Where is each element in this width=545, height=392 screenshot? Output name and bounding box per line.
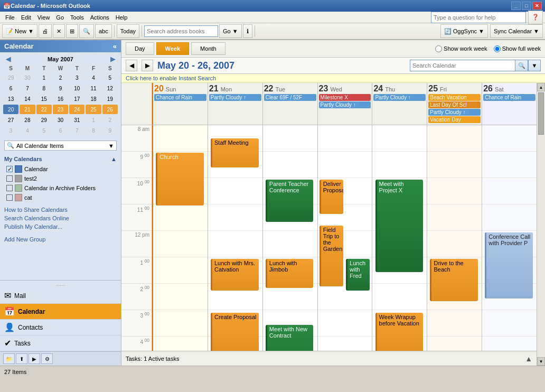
- sidebar-config-btn[interactable]: ⚙: [41, 353, 53, 364]
- mini-cal-cell[interactable]: 1: [36, 73, 52, 82]
- grid-btn[interactable]: ⊞: [66, 24, 78, 38]
- event-create-proposal[interactable]: Create Proposal: [211, 313, 259, 351]
- nav-calendar[interactable]: 📅 Calendar: [0, 304, 121, 320]
- help-btn[interactable]: ❓: [528, 11, 543, 24]
- mini-cal-cell[interactable]: 19: [102, 94, 118, 104]
- instant-search-bar[interactable]: Click here to enable Instant Search: [121, 74, 545, 83]
- all-day-event[interactable]: Partly Cloudy ↑: [319, 101, 371, 108]
- event-lunch-catvation[interactable]: Lunch with Mrs. Catvation: [211, 259, 259, 291]
- mini-cal-cell[interactable]: 11: [86, 83, 101, 93]
- day-col-thu[interactable]: Meet with Project X Week Wrapup before V…: [372, 125, 427, 351]
- cal-check[interactable]: ✓: [6, 166, 13, 172]
- mini-cal-prev[interactable]: ◀: [4, 55, 12, 63]
- menu-help[interactable]: Help: [112, 13, 131, 22]
- nav-tasks[interactable]: ✔ Tasks: [0, 335, 121, 351]
- day-col-mon[interactable]: Staff Meeting Lunch with Mrs. Catvation …: [208, 125, 263, 351]
- all-day-event[interactable]: Last Day Of Scl: [428, 101, 481, 108]
- publish-link[interactable]: Publish My Calendar...: [0, 222, 121, 231]
- all-day-event[interactable]: Vacation Day: [428, 116, 481, 123]
- mini-cal-cell[interactable]: 28: [20, 115, 35, 125]
- mini-cal-cell[interactable]: 2: [102, 115, 118, 125]
- day-col-sun[interactable]: Church: [152, 125, 208, 351]
- calendar-item-test2[interactable]: test2: [4, 174, 117, 183]
- event-week-wrapup[interactable]: Week Wrapup before Vacation: [375, 313, 424, 351]
- menu-edit[interactable]: Edit: [18, 13, 34, 22]
- mini-cal-cell[interactable]: 29: [3, 73, 18, 82]
- oggsync-btn[interactable]: 🔄 OggSync▼: [440, 24, 488, 38]
- sync-calendar-btn[interactable]: Sync Calendar▼: [490, 24, 543, 38]
- sidebar-btn-more[interactable]: ▶: [29, 353, 40, 364]
- event-parent-teacher[interactable]: Parent Teacher Conference: [266, 180, 314, 222]
- mini-cal-cell[interactable]: 17: [69, 94, 84, 104]
- calendar-search-input[interactable]: [410, 60, 515, 71]
- event-church[interactable]: Church: [156, 153, 204, 206]
- tab-day[interactable]: Day: [126, 42, 154, 55]
- sidebar-collapse-btn[interactable]: «: [113, 42, 117, 50]
- sidebar-btn-shortcut[interactable]: ⬆: [16, 353, 27, 364]
- menu-tools[interactable]: Tools: [67, 13, 87, 22]
- scroll-thumb[interactable]: [538, 92, 544, 135]
- mini-cal-cell[interactable]: 9: [102, 126, 118, 135]
- all-day-event[interactable]: Chance of Rain: [154, 94, 206, 101]
- mini-cal-cell[interactable]: 10: [69, 83, 84, 93]
- event-lunch-jimbob[interactable]: Lunch with Jimbob: [266, 259, 314, 288]
- calendar-item-calendar[interactable]: ✓ Calendar: [4, 164, 117, 174]
- mini-cal-cell[interactable]: 12: [102, 83, 118, 93]
- nav-contacts[interactable]: 👤 Contacts: [0, 320, 121, 335]
- search-online-link[interactable]: Search Calendars Online: [0, 214, 121, 222]
- vertical-scrollbar[interactable]: ▲ ▼: [537, 83, 545, 366]
- day-col-wed[interactable]: Deliver Proposal Field Trip to the Garde…: [318, 125, 373, 351]
- mini-cal-cell[interactable]: 7: [69, 126, 84, 135]
- delete-btn[interactable]: ✕: [53, 24, 65, 38]
- cal-check[interactable]: [6, 194, 13, 201]
- help-search-input[interactable]: [431, 12, 526, 23]
- mini-cal-cell[interactable]: 4: [86, 73, 101, 82]
- time-scroll-area[interactable]: 8 am 9 00 10 00 11 00 12 pm 1 00 2 00 3 …: [121, 125, 537, 351]
- next-week-btn[interactable]: ▶: [142, 60, 153, 71]
- mini-cal-cell[interactable]: 6: [53, 126, 68, 135]
- mini-cal-cell[interactable]: 21: [20, 105, 35, 114]
- mini-cal-next[interactable]: ▶: [109, 55, 117, 63]
- mini-cal-cell[interactable]: 22: [36, 105, 52, 114]
- print-btn[interactable]: 🖨: [39, 24, 52, 38]
- mini-cal-cell[interactable]: 1: [86, 115, 101, 125]
- mini-cal-cell[interactable]: 20: [3, 105, 18, 114]
- show-work-week-option[interactable]: Show work week: [435, 45, 487, 52]
- mini-cal-cell[interactable]: 16: [53, 94, 68, 104]
- address-search-input[interactable]: [144, 25, 218, 37]
- mini-cal-cell[interactable]: 8: [36, 83, 52, 93]
- tab-week[interactable]: Week: [156, 42, 190, 55]
- mini-cal-cell[interactable]: 13: [3, 94, 18, 104]
- add-group-link[interactable]: Add New Group: [0, 235, 121, 244]
- menu-actions[interactable]: Actions: [87, 13, 112, 22]
- mini-cal-cell[interactable]: 27: [3, 115, 18, 125]
- event-drive-beach[interactable]: Drive to the Beach: [430, 259, 478, 301]
- calendar-item-archive[interactable]: Calendar in Archive Folders: [4, 183, 117, 193]
- sidebar-btn-folder[interactable]: 📁: [3, 353, 15, 364]
- show-work-week-radio[interactable]: [435, 45, 442, 52]
- mini-cal-cell[interactable]: 6: [3, 83, 18, 93]
- event-meet-project-x[interactable]: Meet with Project X: [375, 180, 424, 272]
- mini-cal-cell[interactable]: 5: [102, 73, 118, 82]
- mini-cal-cell[interactable]: 26: [102, 105, 118, 114]
- mini-cal-cell[interactable]: 30: [20, 73, 35, 82]
- address-info-btn[interactable]: ℹ: [243, 24, 252, 38]
- mini-cal-cell[interactable]: 3: [3, 126, 18, 135]
- event-conference-call[interactable]: Conference Call with Provider P: [485, 232, 533, 298]
- abc-btn[interactable]: abc: [95, 24, 112, 38]
- all-day-event[interactable]: Partly Cloudy ↑: [373, 94, 426, 101]
- show-full-week-option[interactable]: Show full week: [494, 45, 541, 52]
- event-staff-meeting[interactable]: Staff Meeting: [211, 138, 259, 167]
- mini-cal-cell[interactable]: 3: [69, 73, 84, 82]
- all-day-event[interactable]: Beach Vacation: [428, 94, 481, 101]
- mini-cal-cell[interactable]: 7: [20, 83, 35, 93]
- mini-cal-cell[interactable]: 29: [36, 115, 52, 125]
- event-field-trip[interactable]: Field Trip to the Garden: [320, 226, 343, 286]
- event-lunch-fred[interactable]: Lunch with Fred: [346, 259, 370, 291]
- menu-go[interactable]: Go: [53, 13, 67, 22]
- search-options-btn[interactable]: ▼: [528, 60, 541, 71]
- calendar-search-btn[interactable]: 🔍: [515, 60, 528, 71]
- mini-cal-cell[interactable]: 4: [20, 126, 35, 135]
- prev-week-btn[interactable]: ◀: [126, 60, 137, 71]
- today-btn[interactable]: Today: [117, 24, 139, 38]
